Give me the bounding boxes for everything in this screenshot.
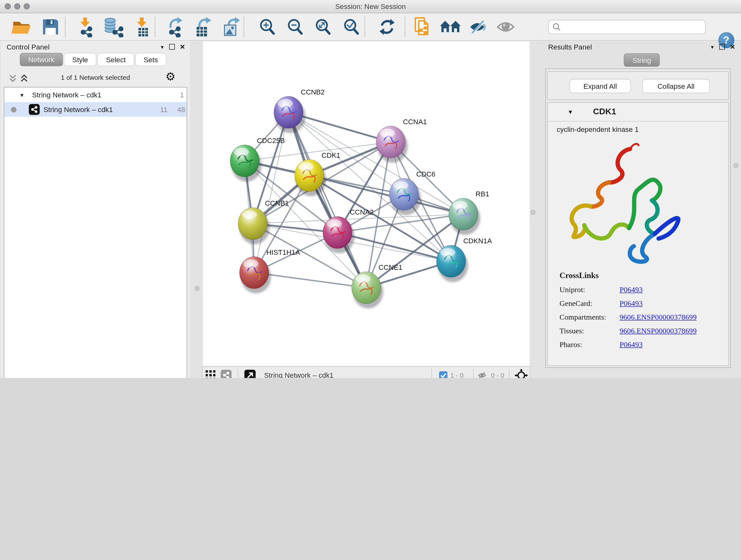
- import-network-from-database-button[interactable]: [102, 16, 125, 38]
- gene-section-header[interactable]: ▼ CDK1: [548, 103, 728, 121]
- control-tab-network[interactable]: Network: [20, 53, 63, 66]
- selected-count: 1 - 0: [450, 371, 463, 378]
- crosslink-row: Tissues:9606.ENSP00000378699: [559, 327, 720, 335]
- node-CCNB1[interactable]: CCNB1: [238, 199, 289, 244]
- panel-close-icon[interactable]: ✕: [180, 43, 185, 51]
- toolbar-separator: [431, 369, 432, 378]
- node-CDC25B[interactable]: CDC25B: [230, 137, 285, 182]
- network-canvas[interactable]: CCNB2CCNA1CDC25BCDK1CDC6RB1CCNB1CCNA2CDK…: [202, 41, 530, 366]
- node-RB1[interactable]: RB1: [449, 190, 489, 235]
- node-CCNB2[interactable]: CCNB2: [274, 88, 325, 133]
- crosslink-row: GeneCard:P06493: [559, 299, 720, 308]
- window-titlebar: Session: New Session: [0, 0, 741, 13]
- zoom-fit-button[interactable]: [312, 16, 334, 38]
- protein-structure-image: [558, 138, 683, 267]
- import-network-button[interactable]: [74, 16, 97, 38]
- eye-icon: [495, 17, 516, 37]
- panel-close-icon[interactable]: ✕: [730, 43, 735, 51]
- crosslink-label: Compartments:: [559, 313, 619, 321]
- save-floppy-icon: [41, 17, 60, 37]
- open-in-window-icon: [245, 369, 256, 378]
- refresh-icon: [378, 17, 396, 37]
- refresh-view-button[interactable]: [376, 16, 398, 38]
- splitter-handle[interactable]: [195, 286, 199, 291]
- search-field[interactable]: [548, 20, 705, 34]
- node-label: CCNA2: [350, 208, 374, 216]
- panel-float-icon[interactable]: [719, 44, 725, 50]
- fit-content-button[interactable]: [515, 367, 528, 378]
- control-tab-style[interactable]: Style: [64, 53, 97, 66]
- tree-expander-icon[interactable]: ▼: [19, 92, 24, 98]
- zoom-in-icon: [258, 17, 277, 37]
- zoom-out-icon: [286, 17, 305, 37]
- toolbar-separator: [238, 369, 238, 378]
- network-collection-row[interactable]: ▼ String Network – cdk1 1: [4, 87, 187, 102]
- node-CCNA1[interactable]: CCNA1: [376, 118, 427, 163]
- show-all-views-button[interactable]: [439, 16, 462, 38]
- control-panel: Control Panel ▼ ✕ NetworkStyleSelectSets…: [1, 41, 190, 378]
- node-label: CDC25B: [257, 137, 285, 145]
- network-row[interactable]: String Network – cdk1 11 48: [4, 102, 187, 117]
- collection-count: 1: [180, 91, 184, 99]
- crosslink-row: Pharos:P06493: [559, 340, 720, 349]
- control-tab-sets[interactable]: Sets: [135, 53, 166, 66]
- grid-icon: [205, 370, 215, 378]
- show-selected-button[interactable]: [495, 16, 517, 38]
- houses-icon: [440, 17, 461, 37]
- import-table-button[interactable]: [131, 16, 153, 38]
- panel-collapse-icon[interactable]: ▼: [160, 44, 165, 49]
- zoom-in-button[interactable]: [256, 16, 279, 38]
- control-panel-tabs: NetworkStyleSelectSets: [20, 53, 167, 66]
- node-CCNE1[interactable]: CCNE1: [352, 263, 402, 308]
- node-CDC6[interactable]: CDC6: [389, 170, 435, 215]
- hide-selected-button[interactable]: [467, 16, 489, 38]
- zoom-out-button[interactable]: [284, 16, 307, 38]
- collapse-all-button[interactable]: Collapse All: [642, 79, 710, 93]
- share-network-icon: [221, 370, 232, 378]
- node-CDKN1A[interactable]: CDKN1A: [436, 237, 492, 282]
- birdseye-view-button[interactable]: [205, 367, 215, 378]
- export-network-button[interactable]: [164, 16, 187, 38]
- zoom-selected-button[interactable]: [340, 16, 363, 38]
- selected-checkbox-icon[interactable]: [439, 371, 448, 378]
- crosslink-label: Uniprot:: [559, 286, 619, 294]
- results-panel: Results Panel ▼ ✕ String Expand All Coll…: [543, 41, 741, 378]
- detach-view-button[interactable]: [245, 367, 256, 378]
- splitter-handle[interactable]: [531, 210, 536, 215]
- network-status-dot: [11, 107, 17, 112]
- clone-network-button[interactable]: [411, 16, 434, 38]
- zoom-selected-icon: [342, 17, 361, 37]
- export-image-button[interactable]: [220, 16, 243, 38]
- duplicate-network-icon: [412, 16, 433, 38]
- network-overview-button[interactable]: [221, 367, 232, 378]
- crosslink-link[interactable]: P06493: [619, 286, 643, 294]
- expand-all-button[interactable]: Expand All: [569, 79, 631, 93]
- crosslink-link[interactable]: P06493: [619, 299, 643, 308]
- gear-icon[interactable]: ⚙: [165, 71, 176, 82]
- panel-float-icon[interactable]: [170, 44, 175, 50]
- node-count: 11: [160, 105, 167, 113]
- eye-slash-icon: [468, 17, 488, 37]
- results-tab-string[interactable]: String: [624, 53, 659, 66]
- open-folder-icon: [11, 17, 31, 37]
- crosslinks-title: CrossLinks: [559, 271, 720, 281]
- save-session-button[interactable]: [39, 16, 62, 38]
- node-label: CCNB2: [300, 88, 325, 96]
- hidden-count-indicator: 0 - 0: [477, 367, 504, 378]
- hidden-eye-slash-icon[interactable]: [477, 370, 488, 378]
- edge-count: 48: [177, 105, 185, 113]
- node-HIST1H1A[interactable]: HIST1H1A: [239, 248, 300, 294]
- panel-collapse-icon[interactable]: ▼: [710, 44, 715, 49]
- gene-section: ▼ CDK1 cyclin-dependent kinase 1: [547, 102, 729, 366]
- edge-CCNB2-CCNE1[interactable]: [288, 112, 366, 288]
- toolbar-separator: [473, 369, 473, 378]
- search-input[interactable]: [561, 23, 701, 31]
- open-session-button[interactable]: [10, 16, 32, 38]
- crosslink-link[interactable]: 9606.ENSP00000378699: [619, 327, 697, 335]
- export-table-button[interactable]: [192, 16, 214, 38]
- crosslink-link[interactable]: P06493: [619, 340, 643, 349]
- export-table-icon: [193, 17, 213, 37]
- crosslink-link[interactable]: 9606.ENSP00000378699: [619, 313, 697, 321]
- control-tab-select[interactable]: Select: [98, 53, 134, 66]
- section-expander-icon[interactable]: ▼: [568, 109, 574, 115]
